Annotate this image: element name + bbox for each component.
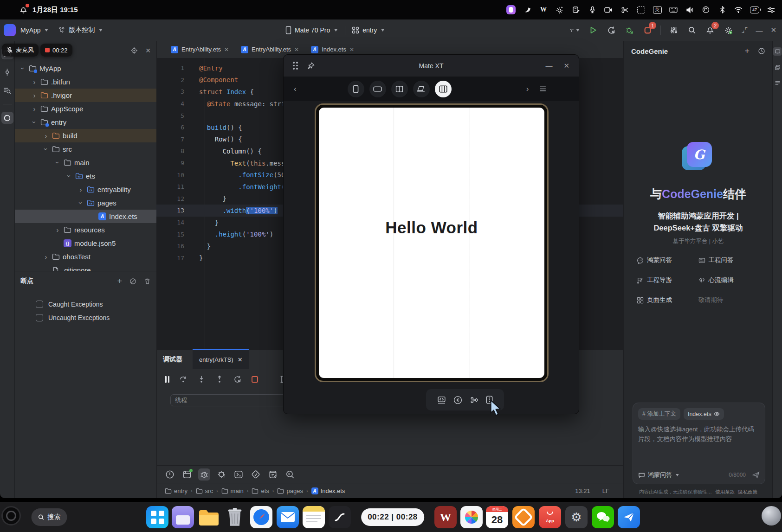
obs-icon[interactable] xyxy=(701,5,711,14)
screenshot-area-icon[interactable] xyxy=(636,5,646,14)
device-selector[interactable]: Mate 70 Pro▼ xyxy=(285,26,338,34)
device-scroll-left-icon[interactable]: ‹ xyxy=(294,84,297,94)
vcs-changes-icon[interactable] xyxy=(250,468,262,481)
control-center-icon[interactable] xyxy=(766,5,776,14)
dock-mail-icon[interactable] xyxy=(277,506,299,528)
profiler-button[interactable] xyxy=(669,25,679,35)
dock-orange-app-icon[interactable] xyxy=(512,506,535,528)
breadcrumb-item-file[interactable]: AIndex.ets xyxy=(311,487,345,494)
tree-chevron-icon[interactable]: › xyxy=(31,78,38,85)
stop-button[interactable]: 1 xyxy=(642,25,653,35)
tree-chevron-icon[interactable]: › xyxy=(54,226,61,233)
fold-flip-icon[interactable] xyxy=(413,81,430,97)
breakpoint-item[interactable]: Uncaught Exceptions xyxy=(15,311,156,324)
debugger-session-tab[interactable]: entry(ArkTS) ✕ xyxy=(193,349,249,369)
tree-item-entryability[interactable]: ›entryability xyxy=(15,183,156,196)
feature-工程导游[interactable]: 工程导游 xyxy=(637,276,698,284)
breakpoint-item[interactable]: Caught Exceptions xyxy=(15,297,156,311)
tool-find-icon[interactable] xyxy=(1,84,13,96)
close-window-icon[interactable]: ✕ xyxy=(770,26,776,34)
code-panel-icon[interactable] xyxy=(437,396,446,404)
device-screen[interactable]: Hello World xyxy=(319,108,544,378)
feature-工程问答[interactable]: 工程问答 xyxy=(698,256,760,264)
model-selector[interactable]: 鸿蒙问答 xyxy=(648,471,672,479)
tree-item-pages[interactable]: ›pages xyxy=(15,196,156,210)
breadcrumb-item[interactable]: main xyxy=(221,487,244,494)
pause-icon[interactable] xyxy=(165,376,169,383)
debug-icon[interactable] xyxy=(198,468,210,481)
screen-record-app-icon[interactable] xyxy=(506,5,516,14)
breadcrumb-item[interactable]: entry xyxy=(165,487,187,494)
tree-chevron-icon[interactable]: › xyxy=(43,253,49,260)
run-button[interactable] xyxy=(588,25,598,35)
back-icon[interactable] xyxy=(453,396,462,404)
add-breakpoint-icon[interactable]: + xyxy=(117,276,122,286)
todo-icon[interactable] xyxy=(267,468,279,481)
codegenie-strip-icon[interactable] xyxy=(773,47,782,56)
codegenie-input-card[interactable]: # 添加上下文 Index.ets 输入@快速选择agent，此功能会上传代码片… xyxy=(633,403,765,484)
fold-book-icon[interactable] xyxy=(391,81,408,97)
tree-item-bitfun[interactable]: ›.bitfun xyxy=(15,75,156,89)
tree-item-resources[interactable]: ›resources xyxy=(15,223,156,237)
dock-calendar-icon[interactable]: 星期三28 xyxy=(486,506,508,528)
feature-心流编辑[interactable]: 心流编辑 xyxy=(698,276,760,284)
minimize-window-icon[interactable]: — xyxy=(756,26,763,34)
tree-item-modulejson5[interactable]: {}module.json5 xyxy=(15,237,156,250)
tree-chevron-icon[interactable]: › xyxy=(66,173,73,179)
dock-sphere-icon[interactable] xyxy=(762,506,781,526)
tree-chevron-icon[interactable]: › xyxy=(31,105,38,112)
problems-icon[interactable] xyxy=(164,468,176,481)
dock-ring-app-icon[interactable] xyxy=(1,506,21,526)
locate-file-icon[interactable] xyxy=(130,47,138,54)
phone-portrait-icon[interactable] xyxy=(348,81,364,97)
add-context-chip[interactable]: # 添加上下文 xyxy=(638,408,680,420)
phone-landscape-icon[interactable] xyxy=(369,81,386,97)
breadcrumb-item[interactable]: ets xyxy=(252,487,269,494)
close-tab-icon[interactable]: ✕ xyxy=(224,46,229,53)
tool-debug-icon[interactable] xyxy=(1,112,13,124)
feature-页面生成[interactable]: 页面生成 xyxy=(637,296,698,304)
new-chat-icon[interactable]: + xyxy=(744,46,750,56)
tree-chevron-icon[interactable]: › xyxy=(43,146,50,153)
notifications-strip-icon[interactable] xyxy=(773,79,782,87)
checkbox[interactable] xyxy=(36,301,43,308)
dock-pinwheel-icon[interactable] xyxy=(460,506,483,528)
tree-chevron-icon[interactable]: › xyxy=(78,200,84,206)
battery-icon[interactable]: 47 xyxy=(750,5,759,14)
dock-box-app-icon[interactable] xyxy=(172,506,194,528)
tree-item-entry[interactable]: ›entry xyxy=(15,115,156,129)
checkbox[interactable] xyxy=(36,314,43,321)
tree-item-MyApp[interactable]: ›MyApp xyxy=(15,62,156,75)
build-button[interactable]: ▼ xyxy=(570,25,580,35)
search-everywhere-button[interactable] xyxy=(687,25,697,35)
feature-敬请期待[interactable]: 敬请期待 xyxy=(698,296,760,304)
dock-trash-icon[interactable] xyxy=(224,506,246,528)
keyboard-icon[interactable] xyxy=(669,5,678,14)
device-scroll-right-icon[interactable]: › xyxy=(526,84,529,94)
rerun-icon[interactable] xyxy=(233,375,242,384)
tree-chevron-icon[interactable]: › xyxy=(31,119,38,126)
tree-chevron-icon[interactable]: › xyxy=(19,65,26,72)
feature-鸿蒙问答[interactable]: 鸿蒙问答 xyxy=(637,256,698,264)
dock-folder-app-icon[interactable] xyxy=(198,506,220,528)
tree-item-ohosTest[interactable]: ›ohosTest xyxy=(15,250,156,263)
camera-icon[interactable] xyxy=(604,5,613,14)
terms-link[interactable]: 使用条款 xyxy=(715,489,735,494)
editor-tab-0[interactable]: AEntryAbility.ets✕ xyxy=(165,41,235,58)
step-into-icon[interactable] xyxy=(197,375,206,384)
collapse-all-icon[interactable]: ✕ xyxy=(145,47,151,54)
wps-icon[interactable]: W xyxy=(539,5,548,14)
dock-wps-icon[interactable]: W xyxy=(434,506,457,528)
remove-breakpoint-icon[interactable] xyxy=(144,278,151,285)
terminal-icon[interactable] xyxy=(233,468,245,481)
volume-icon[interactable] xyxy=(685,5,694,14)
tool-commit-icon[interactable] xyxy=(1,66,13,78)
module-selector[interactable]: entry▼ xyxy=(352,26,385,34)
dock-settings-gear-icon[interactable]: ⚙ xyxy=(565,506,588,528)
settings-button[interactable] xyxy=(723,25,733,35)
profiler-icon[interactable] xyxy=(215,468,227,481)
bluetooth-icon[interactable] xyxy=(717,5,727,14)
mute-breakpoints-icon[interactable] xyxy=(129,278,136,285)
recording-timer-pill[interactable]: 00:22 xyxy=(40,44,72,57)
tree-item-hvigor[interactable]: ›.hvigor xyxy=(15,89,156,102)
